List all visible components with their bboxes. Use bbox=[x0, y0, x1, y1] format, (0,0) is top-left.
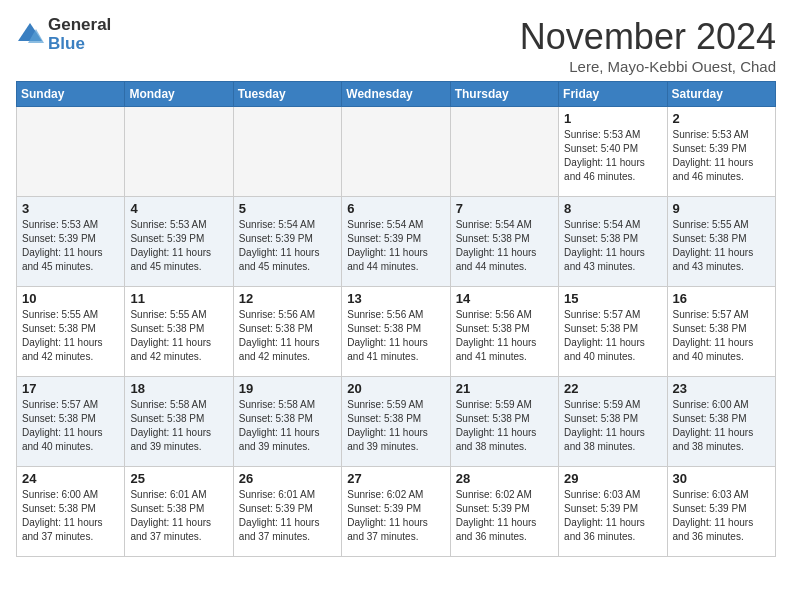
day-number: 12 bbox=[239, 291, 336, 306]
day-number: 29 bbox=[564, 471, 661, 486]
day-number: 8 bbox=[564, 201, 661, 216]
table-row: 24Sunrise: 6:00 AM Sunset: 5:38 PM Dayli… bbox=[17, 467, 125, 557]
day-info: Sunrise: 6:03 AM Sunset: 5:39 PM Dayligh… bbox=[564, 488, 661, 544]
table-row: 29Sunrise: 6:03 AM Sunset: 5:39 PM Dayli… bbox=[559, 467, 667, 557]
day-number: 25 bbox=[130, 471, 227, 486]
day-number: 23 bbox=[673, 381, 770, 396]
day-info: Sunrise: 6:01 AM Sunset: 5:38 PM Dayligh… bbox=[130, 488, 227, 544]
day-info: Sunrise: 5:56 AM Sunset: 5:38 PM Dayligh… bbox=[239, 308, 336, 364]
day-info: Sunrise: 6:02 AM Sunset: 5:39 PM Dayligh… bbox=[347, 488, 444, 544]
day-info: Sunrise: 5:55 AM Sunset: 5:38 PM Dayligh… bbox=[130, 308, 227, 364]
table-row: 13Sunrise: 5:56 AM Sunset: 5:38 PM Dayli… bbox=[342, 287, 450, 377]
calendar-week-row: 3Sunrise: 5:53 AM Sunset: 5:39 PM Daylig… bbox=[17, 197, 776, 287]
day-info: Sunrise: 5:55 AM Sunset: 5:38 PM Dayligh… bbox=[673, 218, 770, 274]
table-row: 23Sunrise: 6:00 AM Sunset: 5:38 PM Dayli… bbox=[667, 377, 775, 467]
day-number: 13 bbox=[347, 291, 444, 306]
day-info: Sunrise: 5:59 AM Sunset: 5:38 PM Dayligh… bbox=[456, 398, 553, 454]
day-info: Sunrise: 5:54 AM Sunset: 5:39 PM Dayligh… bbox=[239, 218, 336, 274]
day-info: Sunrise: 5:54 AM Sunset: 5:39 PM Dayligh… bbox=[347, 218, 444, 274]
day-info: Sunrise: 6:03 AM Sunset: 5:39 PM Dayligh… bbox=[673, 488, 770, 544]
day-info: Sunrise: 6:02 AM Sunset: 5:39 PM Dayligh… bbox=[456, 488, 553, 544]
day-number: 7 bbox=[456, 201, 553, 216]
day-info: Sunrise: 6:00 AM Sunset: 5:38 PM Dayligh… bbox=[22, 488, 119, 544]
col-wednesday: Wednesday bbox=[342, 82, 450, 107]
table-row: 25Sunrise: 6:01 AM Sunset: 5:38 PM Dayli… bbox=[125, 467, 233, 557]
day-number: 28 bbox=[456, 471, 553, 486]
day-number: 11 bbox=[130, 291, 227, 306]
day-number: 30 bbox=[673, 471, 770, 486]
table-row: 3Sunrise: 5:53 AM Sunset: 5:39 PM Daylig… bbox=[17, 197, 125, 287]
col-tuesday: Tuesday bbox=[233, 82, 341, 107]
day-number: 21 bbox=[456, 381, 553, 396]
day-number: 2 bbox=[673, 111, 770, 126]
day-number: 4 bbox=[130, 201, 227, 216]
table-row: 11Sunrise: 5:55 AM Sunset: 5:38 PM Dayli… bbox=[125, 287, 233, 377]
logo-general: General bbox=[48, 16, 111, 35]
day-info: Sunrise: 6:00 AM Sunset: 5:38 PM Dayligh… bbox=[673, 398, 770, 454]
table-row bbox=[233, 107, 341, 197]
day-number: 27 bbox=[347, 471, 444, 486]
table-row: 10Sunrise: 5:55 AM Sunset: 5:38 PM Dayli… bbox=[17, 287, 125, 377]
col-monday: Monday bbox=[125, 82, 233, 107]
calendar-title: November 2024 bbox=[520, 16, 776, 58]
day-info: Sunrise: 5:53 AM Sunset: 5:40 PM Dayligh… bbox=[564, 128, 661, 184]
day-number: 1 bbox=[564, 111, 661, 126]
logo: General Blue bbox=[16, 16, 111, 53]
day-info: Sunrise: 5:59 AM Sunset: 5:38 PM Dayligh… bbox=[347, 398, 444, 454]
table-row: 15Sunrise: 5:57 AM Sunset: 5:38 PM Dayli… bbox=[559, 287, 667, 377]
logo-blue: Blue bbox=[48, 35, 111, 54]
day-number: 10 bbox=[22, 291, 119, 306]
day-info: Sunrise: 5:58 AM Sunset: 5:38 PM Dayligh… bbox=[130, 398, 227, 454]
table-row: 5Sunrise: 5:54 AM Sunset: 5:39 PM Daylig… bbox=[233, 197, 341, 287]
day-number: 9 bbox=[673, 201, 770, 216]
table-row: 28Sunrise: 6:02 AM Sunset: 5:39 PM Dayli… bbox=[450, 467, 558, 557]
day-number: 6 bbox=[347, 201, 444, 216]
table-row: 18Sunrise: 5:58 AM Sunset: 5:38 PM Dayli… bbox=[125, 377, 233, 467]
table-row: 20Sunrise: 5:59 AM Sunset: 5:38 PM Dayli… bbox=[342, 377, 450, 467]
day-info: Sunrise: 5:53 AM Sunset: 5:39 PM Dayligh… bbox=[22, 218, 119, 274]
table-row bbox=[450, 107, 558, 197]
table-row bbox=[125, 107, 233, 197]
day-number: 14 bbox=[456, 291, 553, 306]
day-info: Sunrise: 5:53 AM Sunset: 5:39 PM Dayligh… bbox=[673, 128, 770, 184]
day-number: 18 bbox=[130, 381, 227, 396]
header-row: Sunday Monday Tuesday Wednesday Thursday… bbox=[17, 82, 776, 107]
table-row: 27Sunrise: 6:02 AM Sunset: 5:39 PM Dayli… bbox=[342, 467, 450, 557]
logo-icon bbox=[16, 21, 44, 49]
table-row: 26Sunrise: 6:01 AM Sunset: 5:39 PM Dayli… bbox=[233, 467, 341, 557]
title-block: November 2024 Lere, Mayo-Kebbi Ouest, Ch… bbox=[520, 16, 776, 75]
table-row: 6Sunrise: 5:54 AM Sunset: 5:39 PM Daylig… bbox=[342, 197, 450, 287]
day-number: 3 bbox=[22, 201, 119, 216]
day-number: 17 bbox=[22, 381, 119, 396]
calendar-week-row: 17Sunrise: 5:57 AM Sunset: 5:38 PM Dayli… bbox=[17, 377, 776, 467]
table-row: 4Sunrise: 5:53 AM Sunset: 5:39 PM Daylig… bbox=[125, 197, 233, 287]
table-row: 16Sunrise: 5:57 AM Sunset: 5:38 PM Dayli… bbox=[667, 287, 775, 377]
day-info: Sunrise: 5:53 AM Sunset: 5:39 PM Dayligh… bbox=[130, 218, 227, 274]
day-info: Sunrise: 5:59 AM Sunset: 5:38 PM Dayligh… bbox=[564, 398, 661, 454]
day-number: 22 bbox=[564, 381, 661, 396]
table-row: 12Sunrise: 5:56 AM Sunset: 5:38 PM Dayli… bbox=[233, 287, 341, 377]
table-row: 17Sunrise: 5:57 AM Sunset: 5:38 PM Dayli… bbox=[17, 377, 125, 467]
day-info: Sunrise: 5:54 AM Sunset: 5:38 PM Dayligh… bbox=[456, 218, 553, 274]
day-number: 16 bbox=[673, 291, 770, 306]
calendar-week-row: 24Sunrise: 6:00 AM Sunset: 5:38 PM Dayli… bbox=[17, 467, 776, 557]
table-row: 8Sunrise: 5:54 AM Sunset: 5:38 PM Daylig… bbox=[559, 197, 667, 287]
table-row bbox=[342, 107, 450, 197]
day-number: 19 bbox=[239, 381, 336, 396]
day-number: 26 bbox=[239, 471, 336, 486]
table-row: 1Sunrise: 5:53 AM Sunset: 5:40 PM Daylig… bbox=[559, 107, 667, 197]
calendar-table: Sunday Monday Tuesday Wednesday Thursday… bbox=[16, 81, 776, 557]
calendar-subtitle: Lere, Mayo-Kebbi Ouest, Chad bbox=[520, 58, 776, 75]
table-row: 30Sunrise: 6:03 AM Sunset: 5:39 PM Dayli… bbox=[667, 467, 775, 557]
day-number: 5 bbox=[239, 201, 336, 216]
day-info: Sunrise: 5:54 AM Sunset: 5:38 PM Dayligh… bbox=[564, 218, 661, 274]
day-info: Sunrise: 5:56 AM Sunset: 5:38 PM Dayligh… bbox=[456, 308, 553, 364]
table-row bbox=[17, 107, 125, 197]
calendar-week-row: 10Sunrise: 5:55 AM Sunset: 5:38 PM Dayli… bbox=[17, 287, 776, 377]
day-info: Sunrise: 5:57 AM Sunset: 5:38 PM Dayligh… bbox=[22, 398, 119, 454]
table-row: 21Sunrise: 5:59 AM Sunset: 5:38 PM Dayli… bbox=[450, 377, 558, 467]
day-info: Sunrise: 5:56 AM Sunset: 5:38 PM Dayligh… bbox=[347, 308, 444, 364]
day-info: Sunrise: 5:57 AM Sunset: 5:38 PM Dayligh… bbox=[673, 308, 770, 364]
table-row: 22Sunrise: 5:59 AM Sunset: 5:38 PM Dayli… bbox=[559, 377, 667, 467]
day-number: 24 bbox=[22, 471, 119, 486]
